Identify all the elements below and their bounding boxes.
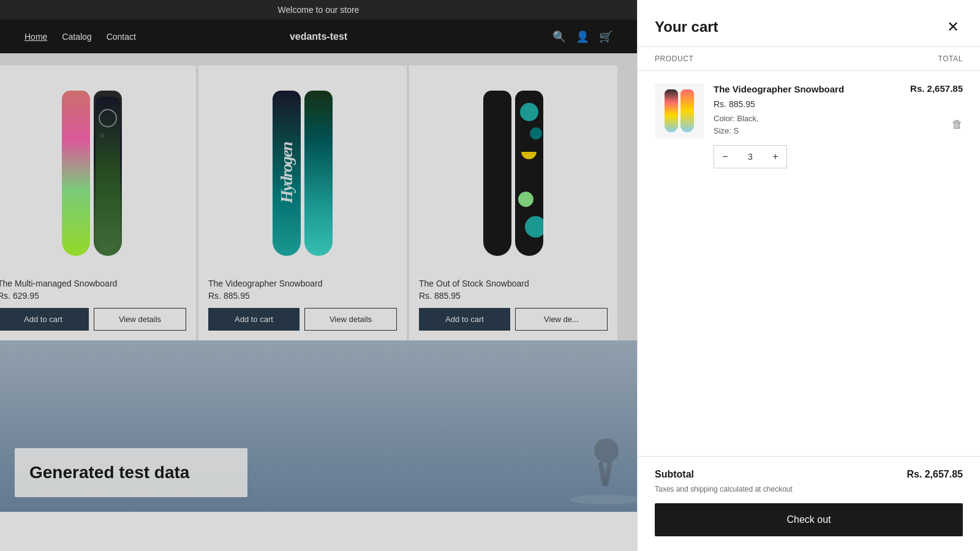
product-name-2: The Videographer Snowboard [208, 279, 397, 288]
cart-item-image [655, 83, 704, 138]
shipping-note: Taxes and shipping calculated at checkou… [655, 485, 963, 493]
size-label: Size: [714, 126, 731, 135]
cart-item-price: Rs. 885.95 [714, 99, 900, 109]
view-details-3[interactable]: View de... [515, 308, 608, 331]
checkout-button[interactable]: Check out [655, 503, 963, 536]
cart-header: Your cart ✕ [638, 0, 980, 47]
mini-boards [665, 89, 694, 132]
add-to-cart-1[interactable]: Add to cart [0, 308, 89, 331]
board-teal-left: Hydrogen [273, 91, 301, 256]
footer-card: Generated test data [15, 448, 247, 497]
board-left [62, 91, 90, 256]
cart-title: Your cart [655, 18, 718, 36]
qty-increase-button[interactable]: + [764, 146, 786, 168]
svg-point-0 [570, 495, 637, 504]
col-product: PRODUCT [655, 54, 694, 63]
product-price-3: Rs. 885.95 [419, 291, 608, 301]
color-value: Black, [737, 114, 758, 123]
account-icon[interactable]: 👤 [576, 30, 589, 43]
cart-icon[interactable]: 🛒 [599, 30, 612, 43]
store-name: vedants-test [290, 31, 347, 42]
banner-text: Welcome to our store [278, 5, 360, 15]
product-name-3: The Out of Stock Snowboard [419, 279, 608, 288]
product-price-1: Rs. 629.95 [0, 291, 186, 301]
cart-item: The Videographer Snowboard Rs. 885.95 Co… [655, 83, 963, 168]
nav-home[interactable]: Home [24, 32, 47, 42]
product-buttons-3: Add to cart View de... [419, 308, 608, 331]
board-teal-right [304, 91, 333, 256]
nav-bar: Home Catalog Contact vedants-test 🔍 👤 🛒 [0, 20, 637, 53]
cart-item-details: The Videographer Snowboard Rs. 885.95 Co… [714, 83, 900, 168]
nav-contact[interactable]: Contact [107, 32, 136, 42]
subtotal-row: Subtotal Rs. 2,657.85 [655, 469, 963, 480]
cart-item-attrs: Color: Black, Size: S [714, 113, 900, 138]
add-to-cart-2[interactable]: Add to cart [208, 308, 300, 331]
board-teal: Hydrogen [273, 91, 333, 256]
nav-icons: 🔍 👤 🛒 [552, 30, 612, 43]
footer-section: Generated test data [0, 340, 637, 512]
mini-board-left [665, 89, 678, 132]
product-card-2: Hydrogen The Videographer Snowboard Rs. … [198, 66, 407, 340]
subtotal-label: Subtotal [655, 469, 694, 480]
product-price-2: Rs. 885.95 [208, 291, 397, 301]
size-value: S [734, 126, 739, 135]
cart-item-name: The Videographer Snowboard [714, 83, 900, 96]
cart-footer: Subtotal Rs. 2,657.85 Taxes and shipping… [638, 456, 980, 551]
subtotal-amount: Rs. 2,657.85 [907, 469, 963, 480]
cart-item-right: Rs. 2,657.85 🗑 [910, 83, 963, 131]
svg-point-1 [594, 438, 619, 463]
delete-item-button[interactable]: 🗑 [952, 118, 963, 131]
add-to-cart-3[interactable]: Add to cart [419, 308, 510, 331]
board-right: ⬡ [94, 91, 122, 256]
cart-items: The Videographer Snowboard Rs. 885.95 Co… [638, 71, 980, 456]
product-buttons-2: Add to cart View details [208, 308, 397, 331]
product-card-3: The Out of Stock Snowboard Rs. 885.95 Ad… [409, 66, 617, 340]
col-total: TOTAL [938, 54, 963, 63]
cart-close-button[interactable]: ✕ [943, 17, 963, 37]
top-banner: Welcome to our store [0, 0, 637, 20]
product-image-3 [419, 75, 608, 271]
mini-board-right [680, 89, 694, 132]
products-section: ⬡ The Multi-managed Snowboard Rs. 629.95… [0, 53, 637, 340]
color-label: Color: [714, 114, 735, 123]
cart-panel: Your cart ✕ PRODUCT TOTAL The Videograph… [637, 0, 980, 551]
board-circles [515, 91, 543, 256]
footer-title: Generated test data [29, 463, 233, 482]
product-card-1: ⬡ The Multi-managed Snowboard Rs. 629.95… [0, 66, 196, 340]
nav-catalog[interactable]: Catalog [62, 32, 91, 42]
product-buttons-1: Add to cart View details [0, 308, 186, 331]
view-details-1[interactable]: View details [94, 308, 186, 331]
product-name-1: The Multi-managed Snowboard [0, 279, 186, 288]
footer-image [514, 389, 637, 512]
view-details-2[interactable]: View details [304, 308, 397, 331]
cart-item-total: Rs. 2,657.85 [910, 83, 963, 94]
board-dark-left [483, 91, 511, 256]
qty-decrease-button[interactable]: − [714, 146, 736, 168]
board-dark [483, 91, 543, 256]
qty-controls: − 3 + [714, 145, 787, 168]
product-image-2: Hydrogen [208, 75, 397, 271]
cart-columns: PRODUCT TOTAL [638, 47, 980, 71]
qty-value: 3 [736, 152, 764, 162]
hydrogen-label: Hydrogen [277, 143, 296, 203]
snowboard-multi: ⬡ [62, 91, 122, 256]
nav-links: Home Catalog Contact [24, 32, 136, 42]
search-icon[interactable]: 🔍 [552, 30, 566, 43]
product-image-1: ⬡ [0, 75, 186, 271]
